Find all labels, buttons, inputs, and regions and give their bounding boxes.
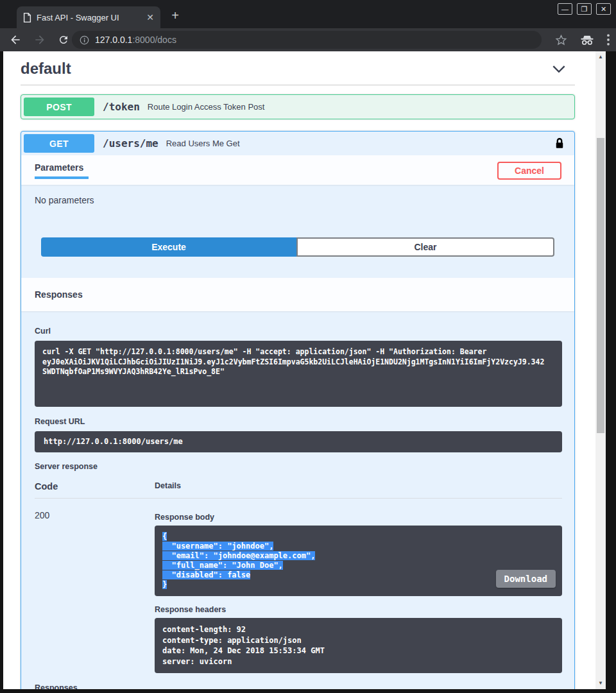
site-info-icon[interactable] — [80, 35, 89, 45]
opblock-get-users-me: GET /users/me Read Users Me Get Paramete… — [21, 131, 575, 689]
tab-close-icon[interactable]: ✕ — [146, 13, 154, 22]
responses-doc-label: Responses — [35, 683, 562, 689]
get-operation-header[interactable]: GET /users/me Read Users Me Get — [21, 132, 574, 155]
cancel-button[interactable]: Cancel — [497, 162, 561, 180]
get-method-badge: GET — [24, 134, 94, 153]
api-group-header[interactable]: default — [21, 58, 575, 80]
clear-button[interactable]: Clear — [296, 237, 554, 257]
server-response-table-header: Code Details — [35, 481, 562, 499]
post-path: /token — [103, 101, 140, 113]
reload-icon[interactable] — [58, 34, 69, 46]
browser-menu-kebab-icon[interactable] — [607, 34, 610, 46]
responses-section-header: Responses — [21, 278, 574, 311]
response-body-line: "email": "johndoe@example.com", — [162, 551, 315, 560]
response-body: { "username": "johndoe", "email": "johnd… — [155, 526, 562, 596]
browser-toolbar: 127.0.0.1:8000/docs — [0, 28, 616, 51]
address-bar[interactable]: 127.0.0.1:8000/docs — [72, 31, 542, 49]
download-button[interactable]: Download — [496, 570, 556, 588]
parameters-section-header: Parameters Cancel — [21, 155, 574, 185]
url-host: 127.0.0.1 — [95, 35, 132, 45]
collapse-chevron-down-icon[interactable] — [552, 65, 566, 73]
auth-lock-icon[interactable] — [555, 137, 564, 150]
no-parameters-text: No parameters — [21, 185, 574, 205]
new-tab-button[interactable]: + — [168, 9, 182, 23]
details-column-header: Details — [155, 481, 181, 492]
back-icon[interactable] — [9, 33, 22, 46]
execute-button[interactable]: Execute — [41, 237, 296, 257]
favicon-document-icon — [23, 12, 31, 23]
maximize-button[interactable]: ❐ — [577, 3, 592, 15]
browser-tabstrip: Fast API - Swagger UI ✕ + — ❐ ✕ — [0, 0, 616, 28]
response-body-label: Response body — [155, 513, 562, 522]
post-method-badge: POST — [24, 98, 94, 116]
response-body-line: "username": "johndoe", — [162, 542, 273, 551]
code-column-header: Code — [35, 481, 155, 492]
response-body-line: "disabled": false — [162, 570, 250, 579]
api-group-title: default — [21, 60, 71, 78]
request-url-label: Request URL — [35, 417, 562, 426]
group-divider — [21, 85, 575, 85]
opblock-post-token[interactable]: POST /token Route Login Access Token Pos… — [21, 94, 575, 119]
close-button[interactable]: ✕ — [596, 3, 611, 15]
response-body-line: "full_name": "John Doe", — [162, 561, 283, 570]
server-response-row: 200 Response body { "username": "johndoe… — [35, 499, 562, 673]
page-scrollbar[interactable]: ▲ ▼ — [595, 51, 606, 689]
url-path: :8000/docs — [132, 35, 176, 45]
scrollbar-up-icon[interactable]: ▲ — [595, 53, 606, 62]
execute-row: Execute Clear — [41, 237, 554, 257]
request-url-value: http://127.0.0.1:8000/users/me — [35, 431, 562, 452]
incognito-icon — [580, 35, 594, 46]
bookmark-star-icon[interactable] — [555, 34, 567, 46]
status-code: 200 — [35, 499, 155, 673]
get-summary: Read Users Me Get — [166, 139, 555, 148]
response-headers-label: Response headers — [155, 605, 562, 614]
get-path: /users/me — [103, 137, 158, 150]
window-controls: — ❐ ✕ — [558, 3, 611, 15]
response-body-line: } — [162, 580, 167, 589]
curl-command: curl -X GET "http://127.0.0.1:8000/users… — [35, 341, 562, 407]
forward-icon[interactable] — [33, 33, 46, 46]
scrollbar-thumb[interactable] — [597, 138, 604, 433]
minimize-button[interactable]: — — [558, 3, 572, 15]
responses-content: Curl curl -X GET "http://127.0.0.1:8000/… — [21, 311, 574, 689]
tab-parameters[interactable]: Parameters — [35, 162, 89, 179]
url-text[interactable]: 127.0.0.1:8000/docs — [95, 35, 176, 45]
response-headers: content-length: 92 content-type: applica… — [155, 618, 562, 673]
swagger-page: default POST /token Route Login Access T… — [3, 51, 595, 689]
post-summary: Route Login Access Token Post — [148, 102, 572, 112]
curl-label: Curl — [35, 327, 562, 336]
server-response-label: Server response — [35, 462, 562, 471]
tab-title: Fast API - Swagger UI — [37, 13, 141, 22]
scrollbar-down-icon[interactable]: ▼ — [595, 679, 606, 688]
response-body-line: { — [162, 532, 167, 541]
browser-tab[interactable]: Fast API - Swagger UI ✕ — [17, 6, 160, 28]
